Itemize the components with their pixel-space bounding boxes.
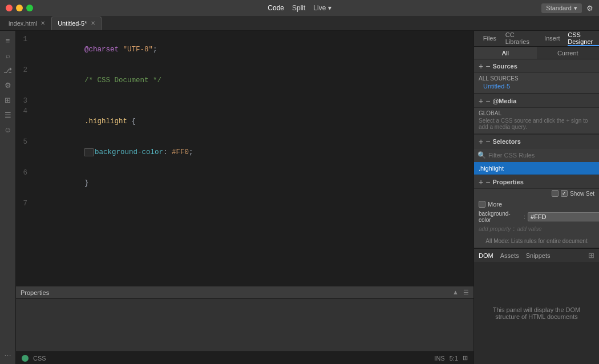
source-file[interactable]: Untitled-5	[479, 82, 594, 91]
grid-icon: ⊞	[463, 354, 468, 362]
tab-untitled-5[interactable]: Untitled-5* ✕	[51, 17, 101, 30]
all-mode-text: All Mode: Lists rules for entire documen…	[474, 234, 599, 248]
right-panel-tabs: Files CC Libraries Insert CSS Designer	[474, 31, 599, 47]
media-content: GLOBAL Select a CSS source and click the…	[474, 108, 599, 134]
sidebar-icon-search[interactable]: ⌕	[2, 49, 14, 62]
options-icon[interactable]: ☰	[463, 289, 469, 296]
left-sidebar: ≡ ⌕ ⎇ ⚙ ⊞ ☰ ☺ …	[0, 31, 16, 364]
media-hint: Select a CSS source and click the + sign…	[479, 116, 594, 131]
more-row: More	[474, 198, 599, 211]
tab-css-designer[interactable]: CSS Designer	[568, 31, 599, 46]
add-colon: :	[513, 225, 515, 232]
props-add-button[interactable]: +	[479, 178, 483, 186]
sidebar-icon-extensions[interactable]: ⊞	[2, 94, 14, 106]
cursor-position: 5:1	[450, 355, 458, 362]
selectors-remove-button[interactable]: −	[485, 137, 490, 145]
subtab-all[interactable]: All	[474, 47, 537, 59]
sidebar-icon-files[interactable]: ≡	[2, 34, 14, 47]
code-mode-button[interactable]: Code	[268, 4, 284, 12]
split-mode-button[interactable]: Split	[292, 4, 305, 12]
all-sources-label: ALL SOURCES	[479, 75, 594, 82]
close-button[interactable]	[6, 5, 13, 11]
props-title: Properties	[492, 179, 523, 185]
view-mode-nav: Code Split Live ▾	[268, 4, 331, 12]
ins-mode: INS	[434, 355, 444, 362]
sidebar-icon-people[interactable]: ☺	[2, 123, 14, 136]
sources-section: + − Sources ALL SOURCES Untitled-5	[474, 59, 599, 94]
sidebar-icon-more[interactable]: …	[2, 347, 14, 359]
code-line: 1 @charset "UTF-8";	[16, 34, 473, 65]
minimize-button[interactable]	[16, 5, 23, 11]
code-line: 7	[16, 199, 473, 209]
title-bar: Code Split Live ▾ Standard ▾ ⚙	[0, 0, 599, 16]
sidebar-icon-git[interactable]: ⎇	[2, 64, 14, 76]
show-set-checkbox-checked[interactable]	[561, 190, 568, 197]
collapse-icon[interactable]: ▲	[452, 289, 459, 296]
background-color-row: background-color : ↺ 🗑	[474, 211, 599, 223]
tab-insert[interactable]: Insert	[537, 31, 568, 46]
tab-index-html[interactable]: index.html ✕	[2, 17, 51, 30]
subtab-current[interactable]: Current	[537, 47, 600, 59]
live-arrow-icon: ▾	[328, 4, 331, 12]
filter-css-rules-input[interactable]	[488, 152, 596, 159]
css-properties-section: + − Properties Show Set More background-…	[474, 175, 599, 248]
show-set-row: Show Set	[474, 189, 599, 198]
properties-title: Properties	[21, 289, 49, 296]
add-value-label[interactable]: add value	[517, 226, 541, 232]
code-content[interactable]: 1 @charset "UTF-8"; 2 /* CSS Document */…	[16, 31, 473, 286]
expand-icon[interactable]: ⊞	[588, 251, 594, 260]
selectors-header: + − Selectors	[474, 135, 599, 148]
live-mode-button[interactable]: Live ▾	[313, 4, 331, 12]
sources-add-button[interactable]: +	[479, 62, 483, 70]
selectors-section: + − Selectors 🔍 .highlight	[474, 135, 599, 175]
standard-dropdown[interactable]: Standard ▾	[541, 3, 582, 13]
tab-dom[interactable]: DOM	[479, 252, 493, 259]
code-line: 4 .highlight {	[16, 106, 473, 137]
code-line: 2 /* CSS Document */	[16, 65, 473, 96]
title-bar-right: Standard ▾ ⚙	[541, 3, 593, 13]
selectors-title: Selectors	[492, 138, 521, 145]
show-set-label: Show Set	[570, 191, 594, 197]
status-left: CSS	[22, 355, 46, 362]
more-checkbox[interactable]	[479, 201, 485, 208]
code-line: 5 background-color: #FF0;	[16, 137, 473, 168]
prop-colon: :	[524, 213, 525, 220]
close-tab-untitled5[interactable]: ✕	[91, 20, 95, 26]
status-indicator	[22, 355, 29, 362]
status-right: INS 5:1 ⊞	[434, 354, 468, 362]
sidebar-icon-chat[interactable]: ☰	[2, 108, 14, 121]
sources-title: Sources	[492, 63, 517, 70]
selectors-add-button[interactable]: +	[479, 137, 483, 145]
css-properties-header: + − Properties	[474, 175, 599, 189]
sources-remove-button[interactable]: −	[485, 62, 490, 70]
selector-highlight[interactable]: .highlight	[474, 162, 599, 175]
search-icon: 🔍	[477, 151, 486, 159]
dom-panel-text: This panel will display the DOM structur…	[480, 306, 593, 320]
global-label: GLOBAL	[479, 110, 594, 116]
sidebar-icon-debug[interactable]: ⚙	[2, 79, 14, 91]
media-header: + − @Media	[474, 94, 599, 108]
sources-content: ALL SOURCES Untitled-5	[474, 73, 599, 94]
properties-content	[16, 299, 473, 351]
gear-icon[interactable]: ⚙	[586, 4, 593, 13]
main-layout: ≡ ⌕ ⎇ ⚙ ⊞ ☰ ☺ … 1 @charset "UTF-8"; 2	[0, 31, 599, 364]
dom-panel: This panel will display the DOM structur…	[474, 262, 599, 364]
props-remove-button[interactable]: −	[485, 178, 490, 186]
background-color-value-input[interactable]	[528, 212, 599, 221]
media-add-button[interactable]: +	[479, 97, 483, 105]
tab-assets[interactable]: Assets	[500, 252, 519, 259]
tab-snippets[interactable]: Snippets	[526, 252, 551, 259]
properties-header-icons: ▲ ☰	[452, 289, 469, 296]
dropdown-arrow-icon: ▾	[574, 5, 577, 12]
sub-tabs: All Current	[474, 47, 599, 59]
add-property-label[interactable]: add property	[479, 226, 511, 232]
maximize-button[interactable]	[26, 5, 33, 11]
media-remove-button[interactable]: −	[485, 97, 490, 105]
code-line: 6 }	[16, 168, 473, 199]
close-tab-index[interactable]: ✕	[41, 20, 45, 26]
media-section: + − @Media GLOBAL Select a CSS source an…	[474, 94, 599, 135]
tab-cc-libraries[interactable]: CC Libraries	[505, 31, 537, 46]
tab-files[interactable]: Files	[474, 31, 505, 46]
more-label: More	[488, 201, 502, 208]
show-set-checkbox[interactable]	[552, 190, 558, 197]
